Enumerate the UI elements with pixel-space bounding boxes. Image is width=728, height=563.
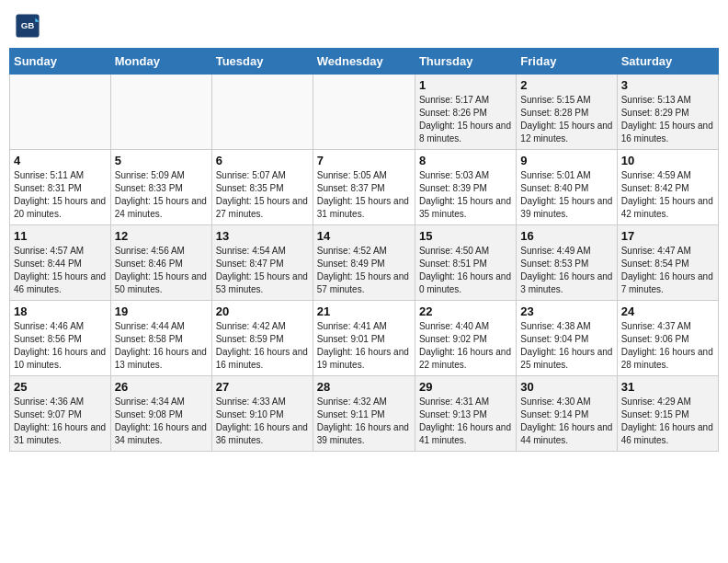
day-info: Sunrise: 4:54 AM Sunset: 8:47 PM Dayligh… xyxy=(216,245,309,296)
day-number: 5 xyxy=(115,154,208,167)
logo: GB xyxy=(15,13,44,39)
day-number: 21 xyxy=(317,304,411,318)
day-info: Sunrise: 4:38 AM Sunset: 9:04 PM Dayligh… xyxy=(520,320,612,372)
day-info: Sunrise: 4:33 AM Sunset: 9:10 PM Dayligh… xyxy=(216,396,309,447)
day-number: 23 xyxy=(520,304,612,318)
day-info: Sunrise: 4:31 AM Sunset: 9:13 PM Dayligh… xyxy=(419,396,512,447)
day-number: 3 xyxy=(621,78,714,92)
day-cell: 27Sunrise: 4:33 AM Sunset: 9:10 PM Dayli… xyxy=(211,376,313,452)
day-info: Sunrise: 4:37 AM Sunset: 9:06 PM Dayligh… xyxy=(621,320,714,372)
day-cell: 26Sunrise: 4:34 AM Sunset: 9:08 PM Dayli… xyxy=(110,376,211,452)
day-cell xyxy=(110,75,211,150)
day-cell: 3Sunrise: 5:13 AM Sunset: 8:29 PM Daylig… xyxy=(617,75,718,150)
day-cell: 15Sunrise: 4:50 AM Sunset: 8:51 PM Dayli… xyxy=(415,225,516,301)
day-number: 22 xyxy=(419,304,512,318)
day-cell: 30Sunrise: 4:30 AM Sunset: 9:14 PM Dayli… xyxy=(517,376,617,452)
day-number: 16 xyxy=(520,229,612,243)
day-number: 25 xyxy=(14,380,107,394)
day-info: Sunrise: 4:49 AM Sunset: 8:53 PM Dayligh… xyxy=(520,245,612,296)
day-cell: 11Sunrise: 4:57 AM Sunset: 8:44 PM Dayli… xyxy=(10,225,111,301)
day-cell: 19Sunrise: 4:44 AM Sunset: 8:58 PM Dayli… xyxy=(110,301,211,376)
day-cell: 24Sunrise: 4:37 AM Sunset: 9:06 PM Dayli… xyxy=(617,301,718,376)
day-number: 14 xyxy=(317,229,411,243)
day-cell: 22Sunrise: 4:40 AM Sunset: 9:02 PM Dayli… xyxy=(415,301,516,376)
day-number: 31 xyxy=(621,380,714,394)
day-number: 4 xyxy=(14,154,107,167)
day-cell: 4Sunrise: 5:11 AM Sunset: 8:31 PM Daylig… xyxy=(10,150,111,225)
day-info: Sunrise: 4:40 AM Sunset: 9:02 PM Dayligh… xyxy=(419,320,512,372)
day-cell: 31Sunrise: 4:29 AM Sunset: 9:15 PM Dayli… xyxy=(617,376,718,452)
day-number: 24 xyxy=(621,304,714,318)
day-cell xyxy=(211,75,313,150)
day-info: Sunrise: 5:11 AM Sunset: 8:31 PM Dayligh… xyxy=(14,169,107,221)
header-day-thursday: Thursday xyxy=(415,49,516,75)
day-number: 29 xyxy=(419,380,512,394)
day-number: 27 xyxy=(216,380,309,394)
header-day-saturday: Saturday xyxy=(617,49,718,75)
day-number: 10 xyxy=(621,154,714,167)
day-cell: 17Sunrise: 4:47 AM Sunset: 8:54 PM Dayli… xyxy=(617,225,718,301)
day-cell: 18Sunrise: 4:46 AM Sunset: 8:56 PM Dayli… xyxy=(10,301,111,376)
week-row-4: 18Sunrise: 4:46 AM Sunset: 8:56 PM Dayli… xyxy=(10,301,719,376)
logo-icon: GB xyxy=(15,13,40,39)
day-info: Sunrise: 5:07 AM Sunset: 8:35 PM Dayligh… xyxy=(216,169,309,221)
day-number: 26 xyxy=(115,380,208,394)
day-info: Sunrise: 4:52 AM Sunset: 8:49 PM Dayligh… xyxy=(317,245,411,296)
page-header: GB xyxy=(9,9,719,42)
day-cell: 10Sunrise: 4:59 AM Sunset: 8:42 PM Dayli… xyxy=(617,150,718,225)
day-info: Sunrise: 4:32 AM Sunset: 9:11 PM Dayligh… xyxy=(317,396,411,447)
day-info: Sunrise: 4:34 AM Sunset: 9:08 PM Dayligh… xyxy=(115,396,208,447)
day-info: Sunrise: 5:13 AM Sunset: 8:29 PM Dayligh… xyxy=(621,94,714,145)
day-cell: 8Sunrise: 5:03 AM Sunset: 8:39 PM Daylig… xyxy=(415,150,516,225)
day-number: 8 xyxy=(419,154,512,167)
day-info: Sunrise: 4:57 AM Sunset: 8:44 PM Dayligh… xyxy=(14,245,107,296)
header-day-monday: Monday xyxy=(110,49,211,75)
header-row: SundayMondayTuesdayWednesdayThursdayFrid… xyxy=(10,49,719,75)
day-info: Sunrise: 4:29 AM Sunset: 9:15 PM Dayligh… xyxy=(621,396,714,447)
day-number: 18 xyxy=(14,304,107,318)
day-info: Sunrise: 5:03 AM Sunset: 8:39 PM Dayligh… xyxy=(419,169,512,221)
day-cell: 1Sunrise: 5:17 AM Sunset: 8:26 PM Daylig… xyxy=(415,75,516,150)
day-cell: 14Sunrise: 4:52 AM Sunset: 8:49 PM Dayli… xyxy=(313,225,415,301)
day-info: Sunrise: 4:42 AM Sunset: 8:59 PM Dayligh… xyxy=(216,320,309,372)
day-number: 20 xyxy=(216,304,309,318)
day-info: Sunrise: 5:09 AM Sunset: 8:33 PM Dayligh… xyxy=(115,169,208,221)
day-info: Sunrise: 4:56 AM Sunset: 8:46 PM Dayligh… xyxy=(115,245,208,296)
day-cell: 21Sunrise: 4:41 AM Sunset: 9:01 PM Dayli… xyxy=(313,301,415,376)
day-info: Sunrise: 5:15 AM Sunset: 8:28 PM Dayligh… xyxy=(520,94,612,145)
week-row-3: 11Sunrise: 4:57 AM Sunset: 8:44 PM Dayli… xyxy=(10,225,719,301)
day-cell: 7Sunrise: 5:05 AM Sunset: 8:37 PM Daylig… xyxy=(313,150,415,225)
day-number: 9 xyxy=(520,154,612,167)
day-number: 11 xyxy=(14,229,107,243)
day-cell xyxy=(10,75,111,150)
calendar-table: SundayMondayTuesdayWednesdayThursdayFrid… xyxy=(9,48,719,452)
day-cell: 23Sunrise: 4:38 AM Sunset: 9:04 PM Dayli… xyxy=(517,301,617,376)
day-info: Sunrise: 4:30 AM Sunset: 9:14 PM Dayligh… xyxy=(520,396,612,447)
day-number: 2 xyxy=(520,78,612,92)
week-row-5: 25Sunrise: 4:36 AM Sunset: 9:07 PM Dayli… xyxy=(10,376,719,452)
day-cell: 13Sunrise: 4:54 AM Sunset: 8:47 PM Dayli… xyxy=(211,225,313,301)
week-row-1: 1Sunrise: 5:17 AM Sunset: 8:26 PM Daylig… xyxy=(10,75,719,150)
day-number: 17 xyxy=(621,229,714,243)
day-cell: 25Sunrise: 4:36 AM Sunset: 9:07 PM Dayli… xyxy=(10,376,111,452)
day-cell xyxy=(313,75,415,150)
day-number: 1 xyxy=(419,78,512,92)
week-row-2: 4Sunrise: 5:11 AM Sunset: 8:31 PM Daylig… xyxy=(10,150,719,225)
day-number: 6 xyxy=(216,154,309,167)
day-cell: 5Sunrise: 5:09 AM Sunset: 8:33 PM Daylig… xyxy=(110,150,211,225)
day-info: Sunrise: 5:17 AM Sunset: 8:26 PM Dayligh… xyxy=(419,94,512,145)
day-number: 28 xyxy=(317,380,411,394)
day-cell: 16Sunrise: 4:49 AM Sunset: 8:53 PM Dayli… xyxy=(517,225,617,301)
day-info: Sunrise: 4:47 AM Sunset: 8:54 PM Dayligh… xyxy=(621,245,714,296)
day-cell: 29Sunrise: 4:31 AM Sunset: 9:13 PM Dayli… xyxy=(415,376,516,452)
day-number: 7 xyxy=(317,154,411,167)
header-day-wednesday: Wednesday xyxy=(313,49,415,75)
day-number: 13 xyxy=(216,229,309,243)
day-cell: 20Sunrise: 4:42 AM Sunset: 8:59 PM Dayli… xyxy=(211,301,313,376)
day-info: Sunrise: 4:41 AM Sunset: 9:01 PM Dayligh… xyxy=(317,320,411,372)
day-number: 15 xyxy=(419,229,512,243)
day-number: 30 xyxy=(520,380,612,394)
day-cell: 6Sunrise: 5:07 AM Sunset: 8:35 PM Daylig… xyxy=(211,150,313,225)
day-cell: 9Sunrise: 5:01 AM Sunset: 8:40 PM Daylig… xyxy=(517,150,617,225)
day-cell: 2Sunrise: 5:15 AM Sunset: 8:28 PM Daylig… xyxy=(517,75,617,150)
